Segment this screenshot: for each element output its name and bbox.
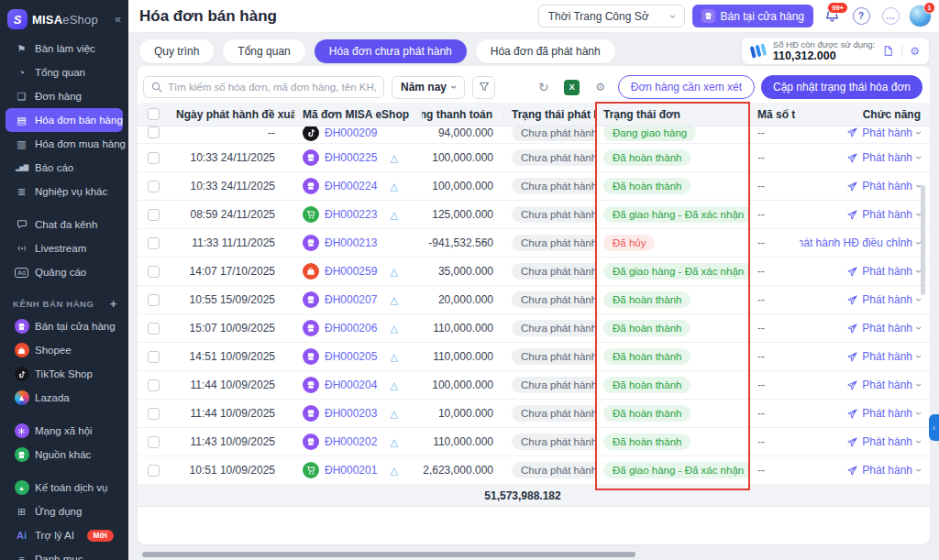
panel-collapse-tab[interactable]: ‹: [929, 414, 939, 441]
cell-tax-code: --: [750, 322, 800, 335]
order-code-link[interactable]: ĐH000204: [325, 379, 377, 391]
tab-item[interactable]: Hóa đơn đã phát hành: [476, 39, 615, 63]
sidebar-item[interactable]: Nguồn khác: [6, 443, 123, 467]
row-checkbox[interactable]: [138, 181, 169, 192]
export-excel-icon[interactable]: X: [561, 76, 583, 98]
row-checkbox[interactable]: [138, 294, 169, 306]
row-checkbox[interactable]: [138, 266, 169, 278]
vertical-scrollbar[interactable]: [921, 185, 925, 295]
help-icon[interactable]: ?: [850, 5, 872, 27]
filter-funnel-icon[interactable]: [472, 76, 495, 99]
publish-action-link[interactable]: Phát hành›: [847, 435, 921, 448]
tiktok-channel-icon: [15, 367, 28, 381]
add-channel-button[interactable]: +: [110, 297, 117, 311]
license-settings-gear-icon[interactable]: ⚙: [910, 45, 920, 58]
order-code-link[interactable]: ĐH000203: [325, 407, 377, 420]
update-invoice-status-button[interactable]: Cập nhật trạng thái hóa đơn: [761, 75, 922, 99]
row-checkbox[interactable]: [138, 152, 169, 164]
row-checkbox[interactable]: [138, 237, 169, 249]
sidebar-item-label: Chat đa kênh: [35, 219, 97, 230]
invoice-document-icon[interactable]: [882, 45, 894, 57]
sidebar-item[interactable]: TikTok Shop: [6, 362, 123, 386]
sidebar-item[interactable]: ▥Hóa đơn mua hàng: [6, 132, 123, 156]
row-checkbox[interactable]: [138, 379, 169, 391]
sidebar-item[interactable]: Mạng xã hội: [6, 419, 123, 443]
cell-issue-status: Chưa phát hành: [504, 149, 596, 166]
cell-order-status: Đã hoàn thành: [596, 405, 750, 422]
publish-action-link[interactable]: Phát hành›: [847, 126, 921, 139]
cell-issue-status: Chưa phát hành: [504, 434, 596, 450]
search-input[interactable]: [168, 82, 376, 93]
row-checkbox[interactable]: [138, 351, 169, 363]
order-code-link[interactable]: ĐH000202: [325, 435, 377, 448]
sidebar-item[interactable]: Lazada: [6, 386, 123, 410]
order-code-link[interactable]: ĐH000209: [325, 126, 377, 139]
row-checkbox[interactable]: [138, 408, 169, 420]
row-checkbox[interactable]: [138, 436, 169, 448]
order-code-link[interactable]: ĐH000205: [325, 350, 377, 363]
sidebar-item[interactable]: Chat đa kênh: [6, 213, 123, 236]
horizontal-scrollbar[interactable]: [142, 552, 635, 557]
social-channel-icon: [15, 423, 28, 438]
sell-at-store-button[interactable]: Bán tại cửa hàng: [692, 5, 813, 27]
order-code-link[interactable]: ĐH000224: [325, 180, 377, 192]
publish-action-link[interactable]: Phát hành›: [847, 407, 921, 420]
select-all-checkbox[interactable]: [138, 107, 169, 121]
issue-status-badge: Chưa phát hành: [512, 291, 596, 308]
cell-order-code: ĐH000203△: [295, 405, 422, 422]
publish-action-link[interactable]: Phát hành›: [847, 180, 921, 192]
row-checkbox[interactable]: [138, 126, 169, 144]
sidebar-item[interactable]: Bán tại cửa hàng: [6, 314, 123, 338]
store-channel-icon: [303, 320, 319, 336]
more-options-icon[interactable]: …: [879, 5, 901, 27]
publish-action-link[interactable]: Phát hành HĐ điều chỉnh›: [800, 236, 921, 249]
sidebar-item[interactable]: AdQuảng cáo: [6, 260, 123, 284]
sidebar-item[interactable]: AiTrợ lý AIMới: [6, 523, 123, 547]
sidebar-item[interactable]: Livestream: [6, 236, 123, 260]
notifications-bell-icon[interactable]: 99+: [821, 5, 843, 27]
publish-action-link[interactable]: Phát hành›: [847, 151, 921, 164]
sidebar-item[interactable]: ▂▅▇Báo cáo: [6, 156, 123, 180]
period-filter-dropdown[interactable]: Năm nay›: [392, 76, 465, 99]
orders-to-review-button[interactable]: Đơn hàng cần xem xét: [618, 75, 755, 99]
user-avatar[interactable]: 1: [909, 5, 932, 27]
tab-item[interactable]: Quy trình: [139, 39, 214, 63]
publish-action-link[interactable]: Phát hành›: [847, 322, 921, 335]
sidebar-item[interactable]: ▤Hóa đơn bán hàng: [6, 108, 123, 132]
sidebar-item[interactable]: ⚑Bàn làm việc: [6, 37, 123, 60]
sidebar-item[interactable]: ◔Tổng quan: [6, 60, 123, 84]
cell-order-status: Đã giao hàng - Đã xác nhận: [596, 263, 750, 280]
cell-total-amount: 10,000.000: [422, 407, 504, 420]
publish-action-link[interactable]: Phát hành›: [847, 293, 921, 306]
row-checkbox[interactable]: [138, 209, 169, 221]
order-code-link[interactable]: ĐH000259: [325, 265, 377, 278]
publish-action-link[interactable]: Phát hành›: [847, 265, 921, 278]
sidebar-item[interactable]: Shopee: [6, 338, 123, 362]
sidebar-item[interactable]: ⊞Ứng dụng: [6, 500, 123, 523]
sidebar-item[interactable]: ≣Nghiệp vụ khác: [6, 180, 123, 203]
tab-active[interactable]: Hóa đơn chưa phát hành: [315, 39, 467, 63]
order-code-link[interactable]: ĐH000207: [325, 293, 377, 306]
row-checkbox[interactable]: [138, 323, 169, 335]
sidebar-item[interactable]: ▲Kế toán dịch vụ: [6, 476, 123, 500]
refresh-icon[interactable]: ↻: [533, 76, 555, 98]
row-checkbox[interactable]: [138, 465, 169, 477]
sidebar-item[interactable]: ❏Đơn hàng: [6, 84, 123, 108]
search-box[interactable]: [143, 76, 384, 98]
order-code-link[interactable]: ĐH000223: [325, 208, 377, 221]
cell-actions: Phát hành›: [800, 126, 930, 144]
publish-action-link[interactable]: Phát hành›: [847, 464, 921, 477]
publish-action-link[interactable]: Phát hành›: [847, 350, 921, 363]
order-code-link[interactable]: ĐH000206: [325, 322, 377, 335]
tab-item[interactable]: Tổng quan: [223, 39, 304, 63]
sidebar-item[interactable]: ≡Danh mục: [6, 547, 123, 560]
order-code-link[interactable]: ĐH000213: [325, 236, 377, 249]
order-code-link[interactable]: ĐH000225: [325, 151, 377, 164]
new-badge: Mới: [87, 530, 115, 542]
publish-action-link[interactable]: Phát hành›: [847, 208, 921, 221]
table-settings-gear-icon[interactable]: ⚙: [590, 76, 612, 98]
shop-selector-dropdown[interactable]: Thời Trang Công Sở›: [538, 5, 685, 27]
sidebar-collapse-icon[interactable]: «: [115, 13, 121, 26]
order-code-link[interactable]: ĐH000201: [325, 464, 377, 477]
publish-action-link[interactable]: Phát hành›: [847, 379, 921, 391]
